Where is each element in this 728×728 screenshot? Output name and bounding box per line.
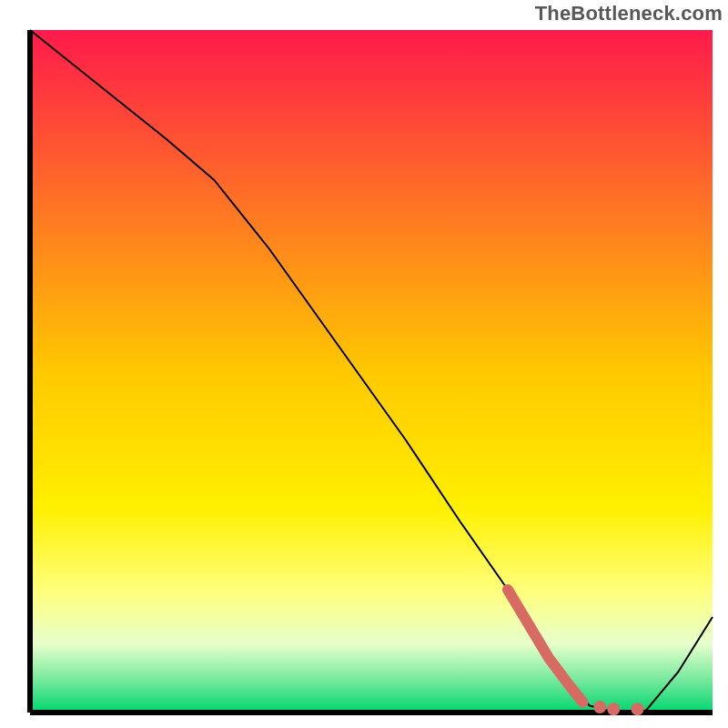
bottleneck-plot [0, 0, 728, 728]
highlight-dot [632, 703, 644, 715]
chart-frame: TheBottleneck.com [0, 0, 728, 728]
gradient-background [30, 30, 713, 713]
highlight-dot [607, 703, 620, 715]
highlight-dot [593, 701, 606, 713]
